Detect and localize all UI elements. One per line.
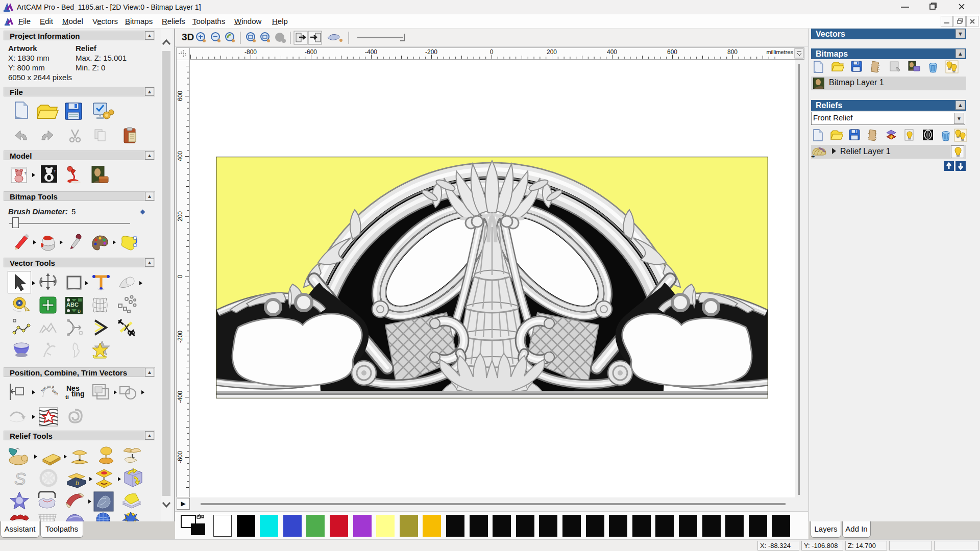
svg-text:0: 0 <box>177 274 184 278</box>
svg-text:ting: ting <box>71 390 85 398</box>
svg-text:millimetres: millimetres <box>766 49 793 55</box>
svg-text:400: 400 <box>607 48 617 56</box>
svg-text:600: 600 <box>667 48 677 56</box>
svg-text:T: T <box>24 171 27 176</box>
svg-text:+: + <box>811 153 815 159</box>
svg-text:b: b <box>76 480 79 487</box>
svg-text:200: 200 <box>177 211 184 221</box>
svg-text:ti: ti <box>65 394 69 400</box>
svg-text:0: 0 <box>490 48 494 56</box>
svg-text:400: 400 <box>177 151 184 161</box>
svg-text:ABC: ABC <box>66 302 79 308</box>
svg-text:-600: -600 <box>305 48 317 56</box>
svg-text:-400: -400 <box>365 48 377 56</box>
svg-text:on a: on a <box>47 385 54 388</box>
svg-text:200: 200 <box>547 48 557 56</box>
svg-text:800: 800 <box>727 48 738 56</box>
svg-text:B: B <box>78 309 81 314</box>
svg-text:text: text <box>40 386 46 392</box>
svg-text:T: T <box>54 169 56 173</box>
svg-text:-600: -600 <box>177 451 184 463</box>
svg-text:curve: curve <box>52 389 58 397</box>
svg-text:S: S <box>14 469 26 488</box>
svg-text:-800: -800 <box>244 48 257 56</box>
svg-text:-400: -400 <box>177 391 184 403</box>
svg-text:600: 600 <box>177 91 184 101</box>
svg-text:-200: -200 <box>425 48 437 56</box>
svg-text:-200: -200 <box>177 331 184 343</box>
